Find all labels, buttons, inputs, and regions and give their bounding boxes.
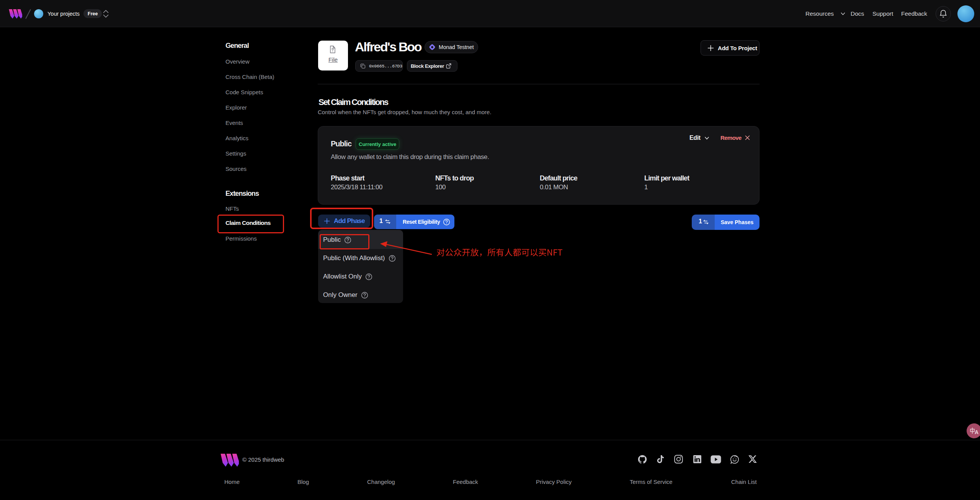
svg-text:A: A [975,429,978,435]
